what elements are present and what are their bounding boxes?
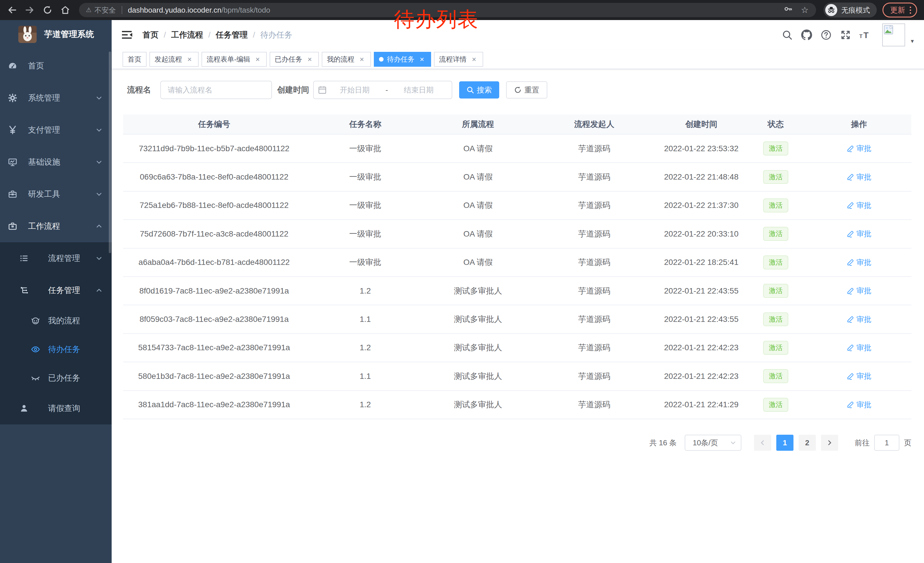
sidebar-item-payment[interactable]: 支付管理 [0, 114, 112, 146]
toolbox-icon [8, 189, 17, 199]
caret-down-icon[interactable]: ▼ [910, 38, 915, 44]
action-cell: 审批 [807, 220, 911, 248]
prev-page-button[interactable] [754, 435, 771, 451]
process-cell: OA 请假 [425, 192, 531, 219]
tags-view: 首页 发起流程× 流程表单-编辑× 已办任务× 我的流程× 待办任务× 流程详情… [112, 50, 924, 69]
pagination: 共 16 条 10条/页 1 2 前往 页 [650, 435, 911, 451]
table-header: 任务编号 任务名称 所属流程 流程发起人 创建时间 状态 操作 [123, 114, 911, 135]
reset-button[interactable]: 重置 [506, 81, 547, 99]
next-page-button[interactable] [821, 435, 838, 451]
date-range-input[interactable]: 开始日期 - 结束日期 [313, 81, 452, 99]
search-button[interactable]: 搜索 [459, 81, 499, 99]
fullscreen-icon[interactable] [840, 29, 851, 41]
yen-icon [8, 125, 17, 135]
task-name-cell: 一级审批 [305, 163, 425, 191]
sidebar-item-home[interactable]: 首页 [0, 50, 112, 82]
approve-button[interactable]: 审批 [847, 144, 872, 153]
approve-button[interactable]: 审批 [847, 343, 872, 353]
close-icon[interactable]: × [418, 55, 426, 63]
task-name-cell: 1.2 [305, 334, 425, 362]
sidebar-item-leave-query[interactable]: 请假查询 [0, 392, 112, 424]
pagination-total: 共 16 条 [650, 438, 676, 448]
task-name-cell: 1.2 [305, 277, 425, 305]
process-cell: OA 请假 [425, 163, 531, 191]
back-icon[interactable] [6, 4, 18, 16]
more-menu-icon[interactable] [910, 7, 911, 14]
list-icon [20, 254, 28, 263]
avatar[interactable] [882, 24, 905, 47]
sidebar-item-workflow[interactable]: 工作流程 [0, 210, 112, 242]
process-cell: OA 请假 [425, 135, 531, 162]
task-name-cell: 一级审批 [305, 220, 425, 248]
approve-button[interactable]: 审批 [847, 172, 872, 182]
close-icon[interactable]: × [470, 55, 478, 63]
tab-start-process[interactable]: 发起流程× [149, 52, 199, 67]
logo-row[interactable]: 芋道管理系统 [0, 20, 112, 49]
close-icon[interactable]: × [358, 55, 366, 63]
tab-my-process[interactable]: 我的流程× [322, 52, 371, 67]
process-name-input[interactable] [160, 81, 272, 99]
breadcrumb-workflow[interactable]: 工作流程 [171, 30, 203, 41]
url-text[interactable]: dashboard.yudao.iocoder.cn/bpm/task/todo [128, 6, 784, 15]
goto-label: 前往 [855, 438, 870, 448]
search-icon[interactable] [782, 29, 793, 41]
sidebar-item-process-mgmt[interactable]: 流程管理 [0, 242, 112, 274]
forward-icon[interactable] [24, 4, 36, 16]
reload-icon[interactable] [42, 4, 53, 16]
breadcrumb-home[interactable]: 首页 [142, 30, 159, 41]
sidebar-scrollbar[interactable] [109, 51, 111, 253]
status-cell: 激活 [745, 305, 807, 333]
approve-button[interactable]: 审批 [847, 257, 872, 267]
tab-todo-tasks[interactable]: 待办任务× [374, 52, 431, 67]
sidebar-item-system[interactable]: 系统管理 [0, 82, 112, 114]
page-button-1[interactable]: 1 [776, 435, 794, 451]
process-cell: OA 请假 [425, 220, 531, 248]
tab-process-detail[interactable]: 流程详情× [434, 52, 483, 67]
close-icon[interactable]: × [306, 55, 314, 63]
tab-form-edit[interactable]: 流程表单-编辑× [201, 52, 267, 67]
table-row: 069c6a63-7b8a-11ec-8ef0-acde48001122 一级审… [123, 163, 911, 191]
sidebar-item-todo-tasks[interactable]: 待办任务 [0, 335, 112, 364]
page-size-select[interactable]: 10条/页 [685, 435, 741, 451]
status-cell: 激活 [745, 362, 807, 390]
url-bar[interactable]: ⚠ 不安全 dashboard.yudao.iocoder.cn/bpm/tas… [79, 3, 816, 17]
sidebar-item-my-process[interactable]: 我的流程 [0, 306, 112, 335]
page-button-2[interactable]: 2 [799, 435, 816, 451]
help-icon[interactable] [820, 29, 832, 41]
breadcrumb-task-mgmt[interactable]: 任务管理 [216, 30, 248, 41]
tab-done-tasks[interactable]: 已办任务× [270, 52, 319, 67]
edit-pencil-icon [847, 173, 854, 181]
approve-button[interactable]: 审批 [847, 371, 872, 381]
home-icon[interactable] [60, 4, 71, 16]
sidebar-item-infra[interactable]: 基础设施 [0, 146, 112, 178]
key-icon[interactable] [784, 4, 793, 16]
task-id-cell: 8f059c03-7ac8-11ec-a9e2-a2380e71991a [123, 305, 305, 333]
approve-button[interactable]: 审批 [847, 200, 872, 210]
status-cell: 激活 [745, 277, 807, 305]
column-header-action: 操作 [807, 114, 911, 134]
tab-home[interactable]: 首页 [123, 52, 147, 67]
github-icon[interactable] [801, 29, 812, 41]
menu-fold-icon[interactable] [122, 30, 134, 40]
sidebar-item-done-tasks[interactable]: 已办任务 [0, 364, 112, 392]
close-icon[interactable]: × [254, 55, 262, 63]
approve-button[interactable]: 审批 [847, 400, 872, 410]
approve-button[interactable]: 审批 [847, 286, 872, 296]
close-icon[interactable]: × [186, 55, 194, 63]
action-cell: 审批 [807, 192, 911, 219]
font-size-icon[interactable]: TT [859, 29, 871, 41]
update-button[interactable]: 更新 [882, 3, 917, 18]
goto-page-input[interactable] [874, 435, 899, 451]
sidebar-item-task-mgmt[interactable]: 任务管理 [0, 274, 112, 306]
table-row: 8f059c03-7ac8-11ec-a9e2-a2380e71991a 1.1… [123, 305, 911, 333]
chevron-down-icon [96, 126, 102, 134]
status-badge: 激活 [763, 198, 788, 213]
sidebar-item-devtools[interactable]: 研发工具 [0, 178, 112, 210]
star-icon[interactable]: ☆ [801, 6, 808, 14]
approve-button[interactable]: 审批 [847, 229, 872, 239]
task-name-cell: 1.2 [305, 391, 425, 419]
search-icon [466, 86, 474, 94]
chevron-up-icon [96, 287, 102, 294]
edit-pencil-icon [847, 315, 854, 323]
approve-button[interactable]: 审批 [847, 314, 872, 324]
